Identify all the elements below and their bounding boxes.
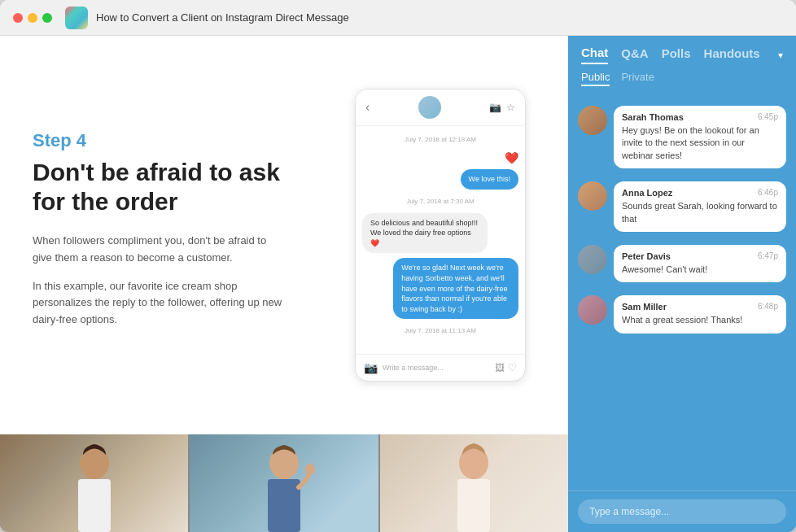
chevron-down-icon[interactable]: ▾ <box>778 50 783 61</box>
message-time-0: 6:45p <box>758 112 778 122</box>
tab-handouts[interactable]: Handouts <box>704 46 760 63</box>
person-silhouette-2 <box>190 434 378 532</box>
main-content: Step 4 Don't be afraid to ask for the or… <box>0 36 796 532</box>
message-avatar-2 <box>578 245 607 274</box>
video-thumb-1 <box>0 434 188 532</box>
phone-footer-icons: 🖼 ♡ <box>495 362 517 373</box>
message-item-1: Anna Lopez6:46pSounds great Sarah, looki… <box>568 175 796 238</box>
messages-list: Sarah Thomas6:45pHey guys! Be on the loo… <box>568 93 796 491</box>
phone-heart-icon[interactable]: ♡ <box>508 362 517 373</box>
svg-rect-4 <box>268 479 300 532</box>
phone-bubble-sent-1: We love this! <box>461 169 518 190</box>
message-avatar-1 <box>578 181 607 211</box>
chat-header: Chat Q&A Polls Handouts ▾ Public Private <box>568 36 796 93</box>
message-text-0: Hey guys! Be on the lookout for an invit… <box>622 124 778 162</box>
phone-contact-avatar <box>418 96 441 119</box>
message-sender-2: Peter Davis <box>622 251 671 261</box>
phone-camera-icon[interactable]: 📷 <box>364 361 378 374</box>
video-icon[interactable]: 📷 <box>489 102 501 113</box>
phone-message-input[interactable]: Write a message... <box>383 364 490 372</box>
tab-qa[interactable]: Q&A <box>621 46 648 63</box>
message-time-3: 6:48p <box>758 302 778 312</box>
svg-point-6 <box>305 464 315 475</box>
message-avatar-0 <box>578 106 607 135</box>
svg-rect-1 <box>78 479 111 532</box>
phone-bubble-received-1: So delicious and beautiful shop!!! We lo… <box>362 213 488 254</box>
phone-image-icon[interactable]: 🖼 <box>495 362 505 373</box>
step-body-2: In this example, our favorite ice cream … <box>33 278 288 329</box>
message-time-2: 6:47p <box>758 251 778 261</box>
chat-input-area: Type a message... <box>568 491 796 532</box>
star-icon[interactable]: ☆ <box>506 102 515 113</box>
phone-header: ‹ 📷 ☆ <box>356 89 525 126</box>
message-item-2: Peter Davis6:47pAwesome! Can't wait! <box>568 238 796 289</box>
tab-chat[interactable]: Chat <box>581 46 608 64</box>
video-thumb-2 <box>190 434 378 532</box>
right-panel: Chat Q&A Polls Handouts ▾ Public Private… <box>568 36 796 532</box>
phone-chat-area: July 7, 2018 at 12:18 AM ❤️ We love this… <box>356 126 525 354</box>
phone-header-icons: 📷 ☆ <box>489 102 515 113</box>
message-text-3: What a great session! Thanks! <box>622 314 778 326</box>
window-title: How to Convert a Client on Instagram Dir… <box>96 11 349 24</box>
step-label: Step 4 <box>33 130 288 151</box>
step-title: Don't be afraid to ask for the order <box>33 158 288 216</box>
phone-heart: ❤️ <box>505 151 518 164</box>
slide-content: Step 4 Don't be afraid to ask for the or… <box>0 36 313 434</box>
chat-sub-tabs: Public Private <box>581 71 783 93</box>
traffic-lights <box>13 13 52 23</box>
phone-footer: 📷 Write a message... 🖼 ♡ <box>356 354 525 381</box>
chat-input[interactable]: Type a message... <box>578 499 786 524</box>
phone-frame: ‹ 📷 ☆ July 7, 2018 at 12:18 AM ❤️ We lov… <box>355 89 526 382</box>
message-bubble-1: Anna Lopez6:46pSounds great Sarah, looki… <box>614 181 786 232</box>
message-bubble-0: Sarah Thomas6:45pHey guys! Be on the loo… <box>614 106 786 168</box>
phone-date-3: July 7, 2018 at 11:13 AM <box>362 327 518 334</box>
svg-rect-8 <box>457 479 490 532</box>
phone-date-2: July 7, 2018 at 7:30 AM <box>362 198 518 205</box>
message-time-1: 6:46p <box>758 188 778 198</box>
message-sender-0: Sarah Thomas <box>622 112 684 122</box>
person-silhouette-1 <box>0 434 188 532</box>
phone-date-1: July 7, 2018 at 12:18 AM <box>362 136 518 143</box>
subtab-private[interactable]: Private <box>621 71 654 86</box>
message-item-0: Sarah Thomas6:45pHey guys! Be on the loo… <box>568 99 796 175</box>
step-body-1: When followers compliment you, don't be … <box>33 233 288 267</box>
message-avatar-3 <box>578 295 607 325</box>
subtab-public[interactable]: Public <box>581 71 610 86</box>
slide-area: Step 4 Don't be afraid to ask for the or… <box>0 36 568 434</box>
left-panel: Step 4 Don't be afraid to ask for the or… <box>0 36 568 532</box>
message-bubble-3: Sam Miller6:48pWhat a great session! Tha… <box>614 295 786 333</box>
tab-polls[interactable]: Polls <box>662 46 691 63</box>
app-window: How to Convert a Client on Instagram Dir… <box>0 0 796 532</box>
person-silhouette-3 <box>380 434 568 532</box>
video-strip <box>0 434 568 532</box>
message-text-1: Sounds great Sarah, looking forward to t… <box>622 200 778 225</box>
minimize-button[interactable] <box>28 13 37 23</box>
chat-tabs: Chat Q&A Polls Handouts ▾ <box>581 46 783 64</box>
maximize-button[interactable] <box>42 13 52 23</box>
phone-back-icon[interactable]: ‹ <box>365 100 370 115</box>
app-icon <box>65 7 88 29</box>
message-sender-1: Anna Lopez <box>622 188 672 198</box>
video-thumb-3 <box>380 434 568 532</box>
title-bar: How to Convert a Client on Instagram Dir… <box>0 0 796 36</box>
message-text-2: Awesome! Can't wait! <box>622 264 778 276</box>
message-sender-3: Sam Miller <box>622 302 667 312</box>
close-button[interactable] <box>13 13 23 23</box>
phone-bubble-sent-2: We're so glad! Next week we're having So… <box>393 258 518 319</box>
message-bubble-2: Peter Davis6:47pAwesome! Can't wait! <box>614 245 786 282</box>
phone-mockup: ‹ 📷 ☆ July 7, 2018 at 12:18 AM ❤️ We lov… <box>313 36 568 434</box>
message-item-3: Sam Miller6:48pWhat a great session! Tha… <box>568 289 796 339</box>
